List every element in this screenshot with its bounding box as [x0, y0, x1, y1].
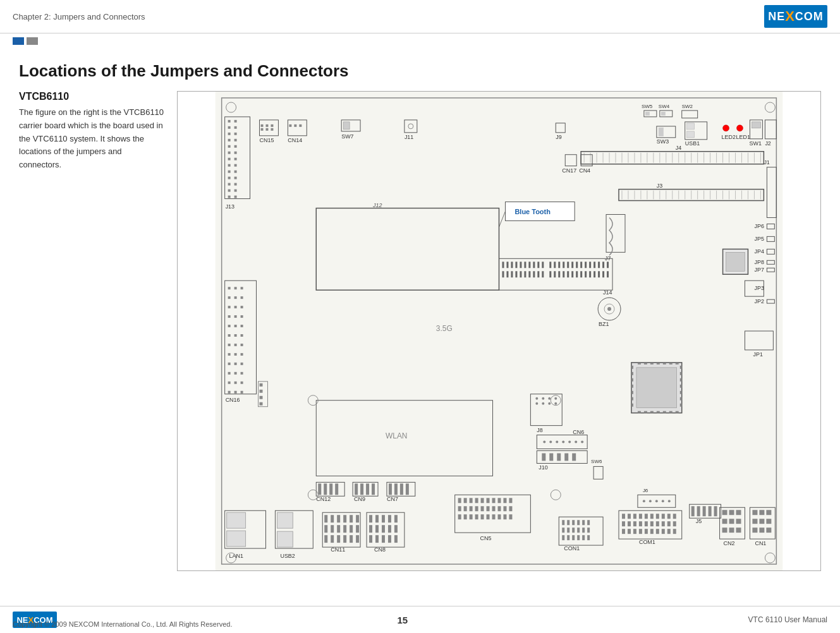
svg-rect-422	[227, 512, 246, 528]
svg-point-262	[548, 402, 551, 405]
svg-rect-483	[680, 366, 682, 369]
svg-rect-384	[639, 529, 642, 534]
svg-rect-463	[388, 535, 391, 543]
svg-rect-232	[607, 262, 609, 268]
svg-rect-376	[650, 521, 654, 526]
svg-rect-276	[549, 453, 553, 461]
svg-rect-372	[628, 521, 631, 526]
svg-rect-393	[691, 506, 695, 516]
svg-rect-315	[475, 506, 478, 511]
svg-rect-26	[228, 190, 231, 192]
svg-rect-311	[509, 498, 512, 503]
svg-text:CN11: CN11	[331, 546, 345, 553]
svg-rect-341	[567, 528, 569, 533]
svg-text:JP4: JP4	[754, 248, 764, 255]
svg-rect-310	[503, 498, 506, 503]
svg-rect-418	[759, 528, 764, 533]
svg-rect-368	[662, 514, 665, 519]
svg-rect-189	[228, 391, 231, 394]
svg-rect-493	[657, 363, 660, 365]
svg-rect-170	[241, 325, 243, 327]
svg-rect-395	[703, 506, 706, 516]
svg-text:LED1: LED1	[736, 134, 750, 140]
svg-rect-159	[228, 296, 231, 299]
svg-rect-464	[394, 535, 398, 543]
svg-rect-501	[663, 411, 666, 413]
svg-rect-370	[673, 514, 676, 519]
svg-rect-235	[558, 271, 560, 277]
svg-rect-339	[587, 520, 590, 525]
svg-text:USB2: USB2	[280, 553, 295, 559]
svg-rect-181	[234, 363, 237, 365]
svg-rect-502	[669, 411, 673, 413]
svg-rect-204	[524, 262, 526, 268]
svg-rect-499	[650, 411, 654, 413]
svg-rect-212	[515, 271, 517, 277]
svg-rect-322	[458, 514, 461, 519]
svg-rect-494	[663, 363, 666, 365]
svg-rect-451	[375, 515, 379, 522]
svg-rect-437	[331, 525, 334, 533]
svg-text:J5: J5	[696, 518, 702, 524]
svg-rect-286	[329, 483, 332, 495]
svg-rect-284	[318, 483, 321, 495]
svg-rect-208	[542, 262, 544, 268]
svg-text:COM1: COM1	[639, 539, 655, 545]
svg-rect-174	[228, 344, 231, 346]
svg-text:JP8: JP8	[754, 259, 764, 265]
svg-rect-219	[549, 262, 551, 268]
svg-rect-209	[502, 271, 504, 277]
svg-rect-242	[589, 271, 591, 277]
svg-rect-453	[388, 515, 391, 522]
svg-text:SW6: SW6	[591, 459, 602, 464]
svg-rect-401	[729, 510, 734, 515]
main-layout: VTCB6110 The figure on the right is the …	[19, 91, 821, 571]
svg-text:J10: J10	[539, 464, 547, 471]
svg-rect-496	[676, 363, 679, 365]
svg-rect-367	[656, 514, 659, 519]
svg-rect-490	[638, 363, 641, 365]
svg-text:JP6: JP6	[754, 223, 764, 229]
svg-rect-302	[458, 498, 461, 503]
svg-rect-165	[228, 315, 231, 318]
svg-text:WLAN: WLAN	[386, 431, 408, 440]
svg-point-261	[542, 402, 544, 405]
svg-text:JP2: JP2	[754, 298, 764, 304]
svg-rect-4	[228, 120, 231, 123]
svg-rect-237	[567, 271, 569, 277]
svg-rect-164	[241, 306, 243, 308]
svg-rect-386	[650, 529, 654, 534]
svg-rect-166	[234, 315, 237, 318]
svg-rect-447	[356, 535, 359, 543]
svg-rect-346	[562, 535, 564, 540]
svg-text:JP1: JP1	[753, 351, 762, 358]
svg-rect-191	[241, 391, 243, 394]
footer-copyright: Copyright © 2009 NEXCOM International Co…	[0, 615, 245, 633]
svg-rect-400	[722, 510, 727, 515]
description-text: The figure on the right is the VTCB6110 …	[19, 106, 164, 172]
svg-rect-452	[382, 515, 385, 522]
svg-point-356	[649, 500, 652, 502]
svg-rect-361	[622, 514, 625, 519]
page-number: 15	[397, 615, 408, 625]
svg-rect-344	[582, 528, 585, 533]
svg-rect-220	[554, 262, 556, 268]
svg-rect-439	[343, 525, 346, 533]
svg-rect-307	[487, 498, 490, 503]
svg-rect-11	[234, 139, 237, 142]
svg-rect-488	[680, 397, 682, 401]
svg-rect-443	[331, 535, 334, 543]
svg-rect-345	[587, 528, 590, 533]
svg-rect-228	[589, 262, 591, 268]
svg-rect-331	[509, 514, 512, 519]
svg-text:J9: J9	[556, 134, 561, 140]
svg-rect-482	[631, 404, 633, 407]
svg-rect-396	[709, 506, 712, 516]
svg-rect-320	[503, 506, 506, 511]
svg-rect-160	[234, 296, 237, 299]
svg-rect-203	[520, 262, 521, 268]
board-svg: J13	[178, 92, 820, 570]
svg-rect-229	[593, 262, 595, 268]
svg-rect-163	[234, 306, 237, 308]
svg-text:J14: J14	[603, 289, 612, 296]
